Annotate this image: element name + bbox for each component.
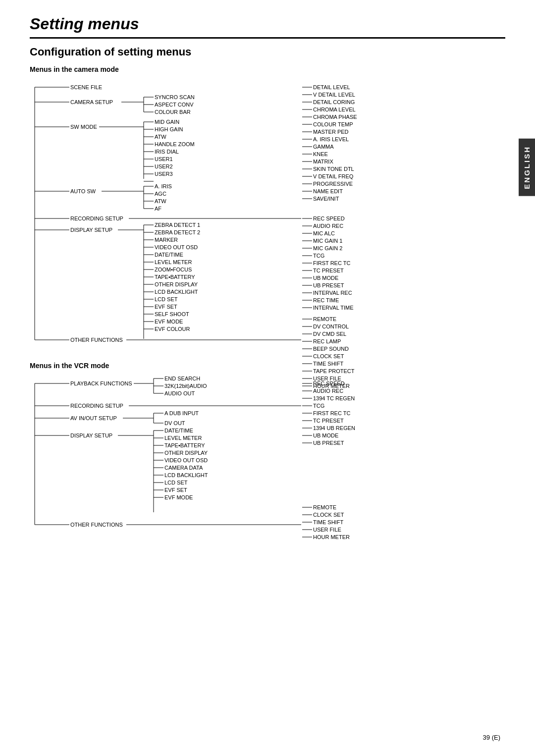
vcr-mode-diagram: PLAYBACK FUNCTIONS END SEARCH 32K(12bit)…	[30, 374, 505, 598]
rec-lamp: REC LAMP	[313, 338, 341, 344]
1394-tc-regen: 1394 TC REGEN	[313, 395, 355, 401]
v-detail-level: V DETAIL LEVEL	[313, 92, 355, 98]
a-iris-level: A. IRIS LEVEL	[313, 136, 349, 142]
end-search: END SEARCH	[164, 376, 200, 381]
camera-mode-svg: SCENE FILE CAMERA SETUP SYNCRO SCAN ASPE…	[30, 77, 505, 345]
section-title: Configuration of setting menus	[30, 46, 505, 58]
vcr-mode-heading: Menus in the VCR mode	[30, 362, 505, 370]
dv-cmd-sel: DV CMD SEL	[313, 331, 346, 337]
aspect-conv-label: ASPECT CONV	[155, 102, 194, 108]
tape-battery-vcr: TAPE•BATTERY	[164, 442, 205, 448]
ub-mode-cam: UB MODE	[313, 275, 338, 281]
tc-preset-cam: TC PRESET	[313, 268, 344, 273]
zoom-focus-cam: ZOOM•FOCUS	[155, 267, 192, 272]
chroma-level: CHROMA LEVEL	[313, 107, 356, 112]
zebra-detect-2: ZEBRA DETECT 2	[155, 229, 200, 235]
gamma: GAMMA	[313, 144, 334, 150]
evf-set-cam: EVF SET	[155, 304, 177, 310]
playback-functions: PLAYBACK FUNCTIONS	[70, 380, 132, 386]
first-rec-tc-vcr: FIRST REC TC	[313, 410, 350, 416]
syncro-scan-label: SYNCRO SCAN	[155, 94, 195, 100]
mic-gain-2: MIC GAIN 2	[313, 245, 342, 251]
user1: USER1	[155, 156, 173, 162]
dv-control: DV CONTROL	[313, 324, 349, 329]
camera-mode-heading: Menus in the camera mode	[30, 65, 505, 73]
1394-ub-regen: 1394 UB REGEN	[313, 425, 355, 431]
evf-set-vcr: EVF SET	[164, 487, 187, 493]
self-shoot: SELF SHOOT	[155, 311, 189, 317]
save-init: SAVE/INIT	[313, 196, 339, 202]
other-display-cam: OTHER DISPLAY	[155, 281, 198, 287]
clock-set-cam: CLOCK SET	[313, 353, 344, 359]
other-functions-vcr: OTHER FUNCTIONS	[70, 522, 123, 528]
a-dub-input: A DUB INPUT	[164, 410, 199, 416]
lcd-set-cam: LCD SET	[155, 296, 178, 302]
camera-data: CAMERA DATA	[164, 465, 203, 471]
agc: AGC	[155, 191, 166, 197]
name-edit: NAME EDIT	[313, 188, 343, 194]
other-functions-cam: OTHER FUNCTIONS	[70, 337, 123, 343]
time-shift-cam: TIME SHIFT	[313, 361, 343, 367]
knee: KNEE	[313, 151, 328, 157]
marker: MARKER	[155, 237, 178, 243]
high-gain: HIGH GAIN	[155, 126, 183, 132]
audio-rec-cam: AUDIO REC	[313, 223, 343, 229]
sw-mode-label: SW MODE	[70, 124, 97, 130]
ub-mode-vcr: UB MODE	[313, 432, 338, 438]
remote-cam: REMOTE	[313, 316, 336, 322]
camera-mode-diagram: SCENE FILE CAMERA SETUP SYNCRO SCAN ASPE…	[30, 77, 505, 347]
atw-auto: ATW	[155, 198, 166, 204]
time-shift-vcr: TIME SHIFT	[313, 519, 343, 525]
evf-mode-vcr: EVF MODE	[164, 494, 193, 500]
rec-time: REC TIME	[313, 297, 339, 303]
user-file-vcr: USER FILE	[313, 527, 341, 533]
english-tab: ENGLISH	[519, 139, 535, 196]
handle-zoom: HANDLE ZOOM	[155, 141, 195, 147]
lcd-backlight-cam: LCD BACKLIGHT	[155, 289, 198, 295]
video-out-osd-vcr: VIDEO OUT OSD	[164, 457, 208, 463]
recording-setup-cam: RECORDING SETUP	[70, 216, 123, 221]
detail-level: DETAIL LEVEL	[313, 84, 350, 90]
master-ped: MASTER PED	[313, 129, 349, 135]
dv-out: DV OUT	[164, 420, 185, 426]
ub-preset-vcr: UB PRESET	[313, 440, 344, 446]
skin-tone-dtl: SKIN TONE DTL	[313, 166, 354, 172]
tape-battery-cam: TAPE•BATTERY	[155, 274, 195, 280]
evf-colour: EVF COLOUR	[155, 326, 190, 332]
hour-meter-vcr: HOUR METER	[313, 534, 350, 540]
interval-rec: INTERVAL REC	[313, 290, 352, 296]
audio-out-vcr: AUDIO OUT	[164, 390, 195, 396]
ub-preset-cam: UB PRESET	[313, 282, 344, 288]
progressive: PROGRESSIVE	[313, 181, 353, 187]
lcd-set-vcr: LCD SET	[164, 480, 188, 486]
remote-vcr: REMOTE	[313, 504, 336, 510]
user2: USER2	[155, 163, 173, 169]
v-detail-freq: V DETAIL FREQ	[313, 173, 354, 179]
level-meter-vcr: LEVEL METER	[164, 435, 202, 441]
scene-file-label: SCENE FILE	[70, 84, 102, 90]
page-title: Setting menus	[30, 15, 505, 39]
evf-mode-cam: EVF MODE	[155, 319, 183, 324]
32k-audio: 32K(12bit)AUDIO	[164, 383, 207, 389]
other-display-vcr: OTHER DISPLAY	[164, 450, 208, 456]
mic-gain-1: MIC GAIN 1	[313, 238, 342, 244]
first-rec-tc-cam: FIRST REC TC	[313, 260, 350, 266]
date-time-vcr: DATE/TIME	[164, 428, 193, 433]
mid-gain: MID GAIN	[155, 119, 179, 125]
colour-temp: COLOUR TEMP	[313, 121, 353, 127]
a-iris: A. IRIS	[155, 183, 172, 189]
page-number: 39 (E)	[483, 734, 500, 741]
date-time-cam: DATE/TIME	[155, 252, 183, 258]
lcd-backlight-vcr: LCD BACKLIGHT	[164, 472, 208, 478]
level-meter-cam: LEVEL METER	[155, 259, 192, 265]
detail-coring: DETAIL CORING	[313, 99, 355, 105]
colour-bar-label: COLOUR BAR	[155, 109, 191, 115]
beep-sound: BEEP SOUND	[313, 346, 349, 352]
iris-dial: IRIS DIAL	[155, 149, 179, 155]
matrix: MATRIX	[313, 159, 333, 164]
av-inout-setup: AV IN/OUT SETUP	[70, 415, 117, 421]
display-setup-vcr: DISPLAY SETUP	[70, 432, 112, 438]
video-out-osd-cam: VIDEO OUT OSD	[155, 244, 198, 250]
mic-alc: MIC ALC	[313, 230, 335, 236]
display-setup-cam: DISPLAY SETUP	[70, 227, 112, 233]
